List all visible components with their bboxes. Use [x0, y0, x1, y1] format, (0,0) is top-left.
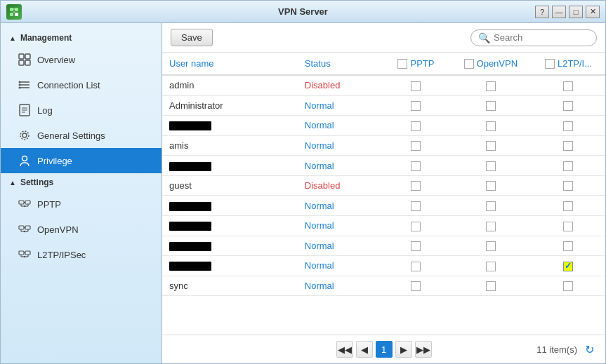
l2tp-checkbox[interactable] [563, 181, 573, 191]
sidebar-item-openvpn[interactable]: OpenVPN [1, 217, 162, 242]
page-1-button[interactable]: 1 [376, 341, 393, 358]
cell-l2tp[interactable] [532, 156, 605, 176]
openvpn-checkbox[interactable] [486, 262, 496, 271]
openvpn-icon [18, 222, 32, 236]
cell-openvpn[interactable] [450, 175, 532, 196]
l2tp-checkbox[interactable] [563, 81, 573, 91]
search-box[interactable]: 🔍 [470, 29, 597, 46]
cell-openvpn[interactable] [450, 196, 532, 216]
help-button[interactable]: ? [535, 6, 549, 18]
pptp-checkbox[interactable] [411, 241, 421, 251]
cell-pptp[interactable] [382, 156, 449, 176]
pptp-header-checkbox[interactable] [397, 59, 407, 69]
pptp-checkbox[interactable] [411, 201, 421, 211]
l2tp-header-checkbox[interactable] [545, 59, 555, 69]
openvpn-checkbox[interactable] [486, 281, 496, 291]
sidebar-item-pptp[interactable]: PPTP [1, 191, 162, 217]
cell-l2tp[interactable] [532, 236, 605, 256]
l2tp-checkbox[interactable] [563, 161, 573, 171]
table-row: amisNormal [162, 135, 605, 156]
openvpn-checkbox[interactable] [486, 121, 496, 131]
cell-openvpn[interactable] [450, 215, 532, 236]
save-button[interactable]: Save [171, 29, 213, 46]
openvpn-checkbox[interactable] [486, 141, 496, 151]
first-page-button[interactable]: ◀◀ [336, 341, 353, 358]
pptp-checkbox[interactable] [411, 281, 421, 291]
next-page-button[interactable]: ▶ [395, 341, 412, 358]
pptp-checkbox[interactable] [411, 181, 421, 191]
pptp-checkbox[interactable] [411, 262, 421, 271]
openvpn-checkbox[interactable] [486, 81, 496, 91]
sidebar-item-overview[interactable]: Overview [1, 47, 162, 72]
cell-l2tp[interactable] [532, 276, 605, 296]
svg-rect-8 [19, 60, 24, 65]
cell-pptp[interactable] [382, 215, 449, 236]
openvpn-checkbox[interactable] [486, 201, 496, 211]
sidebar-item-log[interactable]: Log [1, 97, 162, 123]
pptp-checkbox[interactable] [411, 222, 421, 231]
l2tp-checkbox[interactable] [563, 281, 573, 291]
cell-pptp[interactable] [382, 196, 449, 216]
l2tp-checkbox[interactable] [563, 141, 573, 151]
l2tp-checkbox[interactable] [563, 222, 573, 231]
cell-openvpn[interactable] [450, 75, 532, 95]
sidebar-item-privilege[interactable]: Privilege [1, 148, 162, 173]
sidebar-item-log-label: Log [37, 105, 53, 116]
cell-pptp[interactable] [382, 236, 449, 256]
refresh-button[interactable]: ↻ [581, 342, 597, 357]
svg-rect-9 [25, 60, 30, 65]
cell-pptp[interactable] [382, 135, 449, 156]
pptp-checkbox[interactable] [411, 161, 421, 171]
sidebar-item-connection-list[interactable]: Connection List [1, 72, 162, 97]
openvpn-header-checkbox[interactable] [464, 59, 474, 69]
cell-openvpn[interactable] [450, 156, 532, 176]
cell-pptp[interactable] [382, 256, 449, 276]
cell-pptp[interactable] [382, 175, 449, 196]
openvpn-checkbox[interactable] [486, 101, 496, 111]
pptp-icon [18, 197, 32, 211]
l2tp-checkbox[interactable] [563, 101, 573, 111]
l2tp-checkbox[interactable] [563, 241, 573, 251]
cell-l2tp[interactable] [532, 116, 605, 136]
cell-openvpn[interactable] [450, 256, 532, 276]
maximize-button[interactable]: □ [569, 6, 583, 18]
cell-l2tp[interactable] [532, 135, 605, 156]
cell-pptp[interactable] [382, 95, 449, 116]
search-input[interactable] [494, 32, 592, 43]
openvpn-checkbox[interactable] [486, 241, 496, 251]
pptp-checkbox[interactable] [411, 101, 421, 111]
last-page-button[interactable]: ▶▶ [415, 341, 432, 358]
l2tp-checkbox[interactable] [563, 121, 573, 131]
cell-openvpn[interactable] [450, 116, 532, 136]
minimize-button[interactable]: — [552, 6, 566, 18]
cell-openvpn[interactable] [450, 95, 532, 116]
cell-l2tp[interactable] [532, 215, 605, 236]
cell-pptp[interactable] [382, 116, 449, 136]
prev-page-button[interactable]: ◀ [356, 341, 373, 358]
cell-pptp[interactable] [382, 75, 449, 95]
openvpn-checkbox[interactable] [486, 181, 496, 191]
cell-l2tp[interactable] [532, 196, 605, 216]
cell-pptp[interactable] [382, 276, 449, 296]
main-panel: Save 🔍 User name Status [162, 23, 605, 363]
openvpn-checkbox[interactable] [486, 161, 496, 171]
sidebar-item-general-settings[interactable]: General Settings [1, 123, 162, 148]
cell-openvpn[interactable] [450, 135, 532, 156]
pptp-checkbox[interactable] [411, 141, 421, 151]
l2tp-checkbox[interactable]: ✓ [563, 262, 573, 271]
cell-openvpn[interactable] [450, 236, 532, 256]
svg-rect-31 [25, 226, 30, 229]
cell-l2tp[interactable] [532, 95, 605, 116]
th-openvpn: OpenVPN [450, 53, 532, 75]
cell-l2tp[interactable] [532, 75, 605, 95]
sidebar-item-l2tp[interactable]: L2TP/IPSec [1, 242, 162, 267]
cell-openvpn[interactable] [450, 276, 532, 296]
close-button[interactable]: ✕ [586, 6, 600, 18]
cell-l2tp[interactable]: ✓ [532, 256, 605, 276]
table-row: syncNormal [162, 276, 605, 296]
pptp-checkbox[interactable] [411, 121, 421, 131]
pptp-checkbox[interactable] [411, 81, 421, 91]
l2tp-checkbox[interactable] [563, 201, 573, 211]
cell-l2tp[interactable] [532, 175, 605, 196]
openvpn-checkbox[interactable] [486, 222, 496, 231]
